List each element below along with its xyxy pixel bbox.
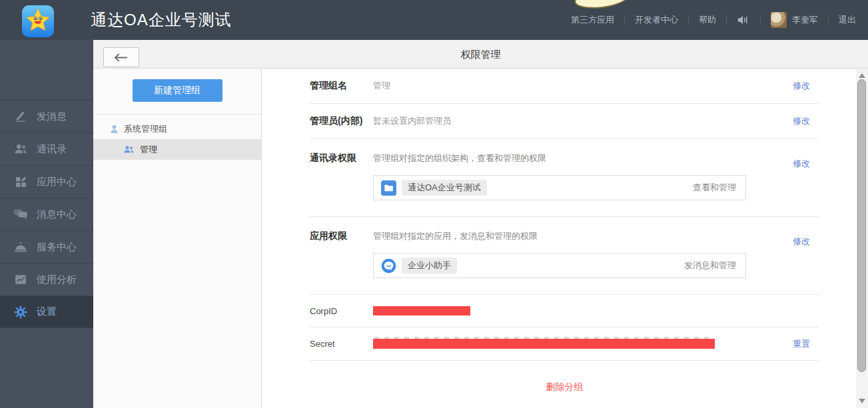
scroll-up-arrow-icon[interactable]: [859, 73, 865, 78]
tree-item-label: 管理: [140, 144, 157, 156]
sidebar-menu: 发消息 通讯录: [0, 100, 93, 328]
nav-divider: [828, 15, 829, 25]
row-value: 管理: [373, 80, 390, 92]
row-label: 管理组名: [310, 80, 373, 92]
sidebar-item-service-center[interactable]: 服务中心: [0, 230, 93, 263]
sidebar: 发消息 通讯录: [0, 40, 93, 408]
sidebar-item-contacts[interactable]: 通讯录: [0, 132, 93, 165]
sidebar-item-app-center[interactable]: 应用中心: [0, 165, 93, 198]
app-permission-item[interactable]: 企业小助手 发消息和管理: [373, 253, 746, 278]
sidebar-item-settings[interactable]: 设置: [0, 296, 93, 328]
reset-secret-link[interactable]: 重置: [793, 338, 810, 350]
sidebar-item-label: 服务中心: [37, 241, 77, 254]
logout-link[interactable]: 退出: [839, 14, 856, 26]
permission-item-level: 查看和管理: [693, 182, 736, 194]
nav-help[interactable]: 帮助: [699, 14, 716, 26]
permission-item-name: 通达OA企业号测试: [402, 180, 487, 196]
app-window: 通达OA企业号测试 第三方应用 开发者中心 帮助 李奎军 退出: [0, 0, 868, 408]
sidebar-item-usage-analytics[interactable]: 使用分析: [0, 263, 93, 296]
folder-icon: [381, 180, 396, 196]
row-label: 通讯录权限: [310, 152, 373, 164]
tree-item-system-group[interactable]: 系统管理组: [93, 118, 261, 139]
group-icon: [123, 145, 135, 154]
secret-redacted-value: [373, 339, 715, 349]
content-header: 权限管理: [93, 40, 868, 69]
nav-third-party-apps[interactable]: 第三方应用: [571, 14, 614, 26]
back-button[interactable]: [103, 47, 139, 67]
gear-icon: [13, 305, 28, 319]
tree-item-admin-group[interactable]: 管理: [93, 139, 261, 160]
chat-bubble-icon: [381, 258, 396, 274]
row-label: Secret: [310, 339, 373, 349]
analytics-icon: [13, 272, 28, 287]
sidebar-item-label: 应用中心: [37, 176, 77, 188]
row-description: 管理组对指定的组织架构，查看和管理的权限: [373, 152, 546, 164]
secret-text-peek: [374, 337, 709, 339]
sidebar-item-message-center[interactable]: 消息中心: [0, 198, 93, 230]
nav-divider: [726, 15, 727, 25]
nav-developer-center[interactable]: 开发者中心: [635, 14, 678, 26]
user-name[interactable]: 李奎军: [792, 14, 818, 26]
row-label: 管理员(内部): [310, 115, 373, 127]
sidebar-item-label: 使用分析: [37, 274, 77, 286]
permission-item-name: 企业小助手: [402, 258, 457, 274]
sidebar-item-send-message[interactable]: 发消息: [0, 100, 93, 132]
scroll-down-arrow-icon[interactable]: [859, 399, 865, 403]
permission-detail-panel: 管理组名 管理 修改 管理员(内部) 暂未设置内部管理员 修改 通讯录权限 管理…: [262, 69, 856, 408]
row-internal-admins: 管理员(内部) 暂未设置内部管理员 修改: [310, 104, 819, 139]
row-group-name: 管理组名 管理 修改: [310, 69, 819, 104]
user-avatar[interactable]: [771, 12, 787, 28]
pen-icon: [13, 109, 28, 124]
modify-link[interactable]: 修改: [793, 115, 810, 127]
group-list-panel: 新建管理组 系统管理组 管: [93, 69, 262, 408]
delete-group-section: 删除分组: [310, 381, 819, 393]
apps-icon: [13, 174, 28, 189]
row-label: CorpID: [310, 306, 373, 316]
sidebar-item-label: 消息中心: [37, 208, 77, 221]
contacts-permission-item[interactable]: 通达OA企业号测试 查看和管理: [373, 175, 746, 200]
speaker-icon[interactable]: [737, 15, 750, 25]
row-corpid: CorpID: [310, 295, 819, 327]
topbar: 通达OA企业号测试 第三方应用 开发者中心 帮助 李奎军 退出: [0, 0, 868, 40]
group-tree: 系统管理组 管理: [93, 114, 261, 160]
topbar-nav: 第三方应用 开发者中心 帮助 李奎军 退出: [571, 0, 856, 40]
app-title: 通达OA企业号测试: [91, 9, 232, 31]
contacts-icon: [13, 142, 28, 156]
row-description: 管理组对指定的应用，发消息和管理的权限: [373, 230, 538, 242]
sidebar-item-label: 发消息: [37, 110, 67, 123]
row-label: 应用权限: [310, 230, 373, 242]
nav-divider: [760, 15, 761, 25]
modify-link[interactable]: 修改: [793, 236, 810, 248]
modify-link[interactable]: 修改: [793, 158, 810, 170]
sidebar-item-label: 通讯录: [37, 143, 67, 156]
vertical-scrollbar[interactable]: [856, 69, 868, 408]
new-group-button[interactable]: 新建管理组: [133, 79, 222, 102]
delete-group-link[interactable]: 删除分组: [546, 381, 584, 392]
modify-link[interactable]: 修改: [793, 80, 810, 92]
permission-item-level: 发消息和管理: [684, 260, 736, 272]
messages-icon: [13, 207, 28, 222]
new-group-section: 新建管理组: [93, 69, 261, 114]
back-arrow-icon: [114, 53, 129, 62]
person-icon: [110, 124, 119, 134]
nav-divider: [624, 15, 625, 25]
nav-divider: [688, 15, 689, 25]
page-title: 权限管理: [93, 40, 868, 69]
scrollbar-thumb[interactable]: [857, 79, 866, 372]
row-contacts-permission: 通讯录权限 管理组对指定的组织架构，查看和管理的权限 修改 通达OA企业号测试 …: [310, 139, 819, 217]
sidebar-item-label: 设置: [37, 306, 57, 318]
tree-item-label: 系统管理组: [124, 123, 167, 135]
app-logo-star-icon: [22, 5, 54, 37]
corpid-redacted-value: [373, 306, 470, 315]
row-secret: Secret 重置: [310, 327, 819, 361]
row-value: 暂未设置内部管理员: [373, 115, 451, 127]
service-bell-icon: [13, 240, 28, 254]
row-app-permission: 应用权限 管理组对指定的应用，发消息和管理的权限 修改 企业小助手 发消息和管理: [310, 217, 819, 295]
user-menu[interactable]: 李奎军: [771, 12, 818, 28]
